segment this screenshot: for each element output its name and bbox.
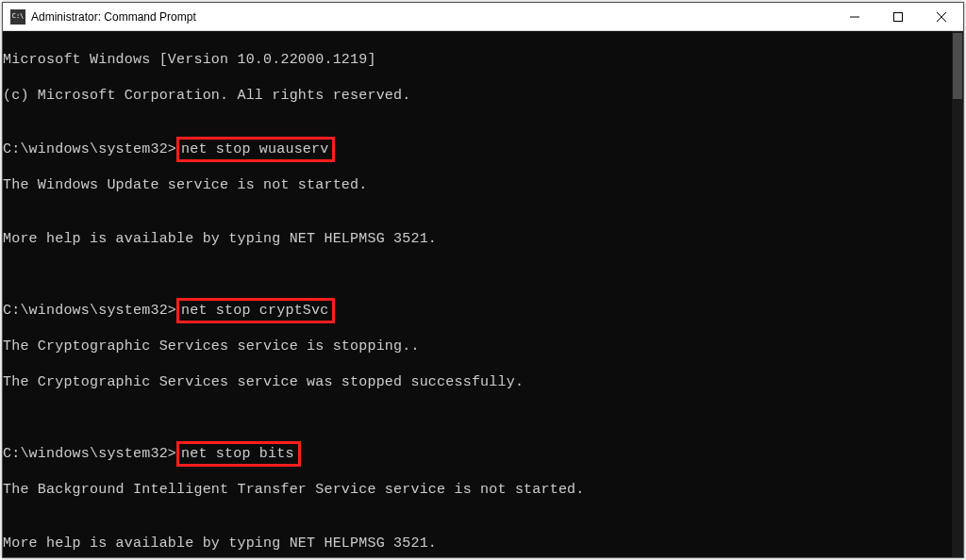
command-line: C:\windows\system32>net stop wuauserv bbox=[3, 140, 952, 158]
output-line: Microsoft Windows [Version 10.0.22000.12… bbox=[3, 51, 952, 69]
terminal-client-area: Microsoft Windows [Version 10.0.22000.12… bbox=[3, 31, 963, 557]
close-icon bbox=[937, 12, 946, 22]
svg-rect-1 bbox=[894, 12, 903, 21]
close-button[interactable] bbox=[920, 3, 963, 31]
scrollbar-track[interactable] bbox=[952, 31, 963, 557]
highlighted-command: net stop bits bbox=[176, 441, 301, 467]
maximize-icon bbox=[893, 12, 903, 22]
command-line: C:\windows\system32>net stop cryptSvc bbox=[3, 302, 952, 320]
output-line: The Background Intelligent Transfer Serv… bbox=[3, 481, 952, 499]
minimize-icon bbox=[850, 12, 859, 22]
highlighted-command: net stop cryptSvc bbox=[176, 298, 335, 323]
minimize-button[interactable] bbox=[833, 3, 876, 31]
output-line: The Cryptographic Services service is st… bbox=[3, 338, 952, 355]
output-line: More help is available by typing NET HEL… bbox=[3, 230, 952, 248]
output-line: The Windows Update service is not starte… bbox=[3, 176, 952, 194]
app-icon: C:\ bbox=[10, 9, 25, 25]
output-line: The Cryptographic Services service was s… bbox=[3, 373, 952, 391]
output-line: (c) Microsoft Corporation. All rights re… bbox=[3, 87, 952, 105]
highlighted-command: net stop wuauserv bbox=[176, 137, 335, 162]
scrollbar-thumb[interactable] bbox=[953, 33, 962, 99]
titlebar[interactable]: C:\ Administrator: Command Prompt bbox=[3, 3, 963, 31]
command-line: C:\windows\system32>net stop bits bbox=[3, 445, 952, 463]
window-title: Administrator: Command Prompt bbox=[31, 10, 196, 24]
terminal-output[interactable]: Microsoft Windows [Version 10.0.22000.12… bbox=[3, 31, 952, 557]
command-prompt-window: C:\ Administrator: Command Prompt Micros… bbox=[2, 2, 964, 558]
maximize-button[interactable] bbox=[876, 3, 920, 31]
output-line: More help is available by typing NET HEL… bbox=[3, 535, 952, 552]
